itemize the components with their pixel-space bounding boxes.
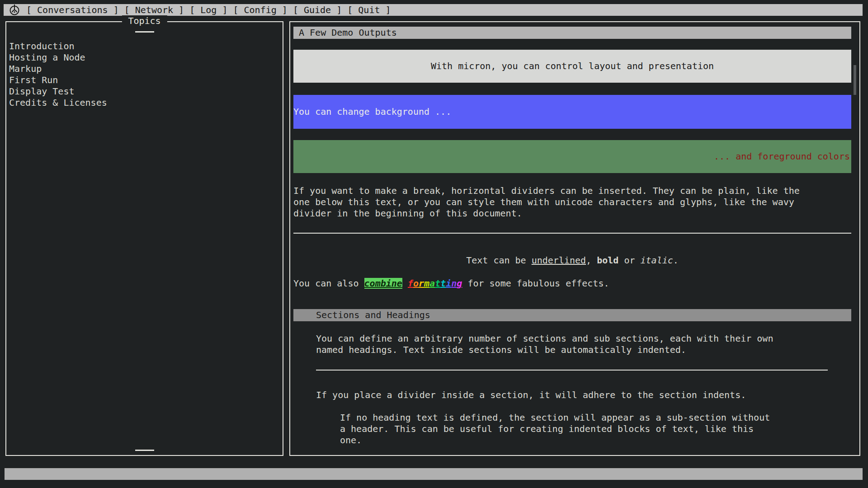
scroll-indicator-bottom xyxy=(135,450,154,451)
text-segment: italic xyxy=(641,255,673,266)
paragraph-dividers: If you want to make a break, horizontal … xyxy=(293,185,851,219)
text-segment: n xyxy=(451,278,457,289)
guide-content-panel: A Few Demo Outputs With micron, you can … xyxy=(289,21,860,456)
text-segment: or xyxy=(618,255,640,266)
menu-item-network[interactable]: [ Network ] xyxy=(124,5,184,16)
subsection-paragraph: If no heading text is defined, the secti… xyxy=(340,412,829,446)
text-segment: t xyxy=(440,278,446,289)
text-segment: . xyxy=(673,255,679,266)
topics-list: Introduction Hosting a Node Markup First… xyxy=(9,41,280,108)
scroll-indicator-top xyxy=(135,31,154,33)
text-segment: f xyxy=(408,278,413,289)
menu-item-guide[interactable]: [ Guide ] xyxy=(293,5,342,16)
text-segment: t xyxy=(435,278,440,289)
text-segment: o xyxy=(413,278,419,289)
section-divider xyxy=(316,370,828,371)
text-segment: You can also xyxy=(293,278,364,289)
text-segment: Text can be xyxy=(466,255,532,266)
scrollbar-thumb[interactable] xyxy=(854,65,856,95)
topic-item-markup[interactable]: Markup xyxy=(9,63,280,75)
status-bar xyxy=(5,468,863,480)
menu-item-quit[interactable]: [ Quit ] xyxy=(347,5,391,16)
menu-item-conversations[interactable]: [ Conversations ] xyxy=(26,5,119,16)
topic-item-introduction[interactable]: Introduction xyxy=(9,41,280,52)
text-segment xyxy=(402,278,408,289)
menu-bar: [ Conversations ] [ Network ] [ Log ] [ … xyxy=(4,4,863,16)
text-segment: for some fabulous effects. xyxy=(462,278,609,289)
text-segment: combine xyxy=(364,278,402,289)
text-segment: , xyxy=(586,255,597,266)
banner-green: ... and foreground colors xyxy=(293,140,851,173)
horizontal-divider xyxy=(293,233,851,234)
topics-panel: Topics Introduction Hosting a Node Marku… xyxy=(5,21,283,456)
topic-item-first-run[interactable]: First Run xyxy=(9,75,280,86)
text-segment: g xyxy=(457,278,462,289)
text-segment: a xyxy=(429,278,435,289)
section-paragraph: You can define an arbitrary number of se… xyxy=(316,333,829,356)
combined-formatting-line: You can also combine formatting for some… xyxy=(293,278,851,289)
topic-item-hosting-a-node[interactable]: Hosting a Node xyxy=(9,52,280,63)
banner-light: With micron, you can control layout and … xyxy=(293,50,851,83)
topic-item-display-test[interactable]: Display Test xyxy=(9,86,280,97)
page-header: A Few Demo Outputs xyxy=(293,27,851,39)
topic-item-credits-licenses[interactable]: Credits & Licenses xyxy=(9,97,280,108)
topics-panel-title: Topics xyxy=(122,15,167,27)
menu-item-log[interactable]: [ Log ] xyxy=(189,5,227,16)
text-segment: m xyxy=(424,278,429,289)
nomadnet-logo-icon xyxy=(9,5,20,15)
text-segment: i xyxy=(446,278,451,289)
section-header: Sections and Headings xyxy=(293,309,851,321)
text-segment: bold xyxy=(597,255,618,266)
menu-item-config[interactable]: [ Config ] xyxy=(233,5,287,16)
section-divider-note: If you place a divider inside a section,… xyxy=(316,389,829,401)
banner-blue: You can change background ... xyxy=(293,95,851,129)
styled-text-line: Text can be underlined, bold or italic. xyxy=(293,255,851,266)
text-segment: r xyxy=(419,278,424,289)
text-segment: underlined xyxy=(532,255,586,266)
